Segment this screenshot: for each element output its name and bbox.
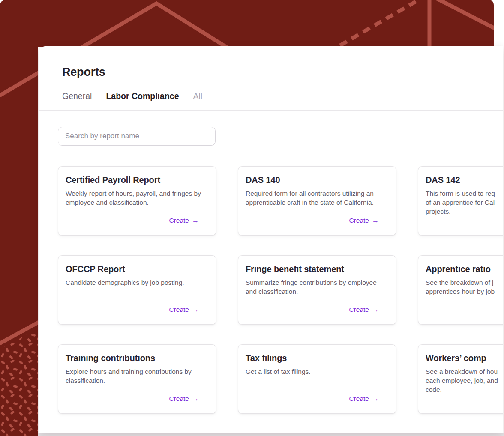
card-description: Weekly report of hours, payroll, and fri… [66, 189, 205, 207]
card-description: Summarize fringe contributions by employ… [246, 278, 385, 296]
card-title: Tax filings [246, 352, 385, 364]
card-description: See a breakdown of hou each employee, jo… [426, 367, 503, 394]
tab-all[interactable]: All [193, 90, 203, 102]
card-title: Workers’ comp [426, 352, 503, 364]
card-description: Get a list of tax filings. [246, 367, 385, 376]
create-link[interactable]: Create→ [169, 394, 199, 403]
card-description: See the breakdown of j apprentices hour … [426, 278, 503, 296]
card-title: OFCCP Report [66, 263, 205, 275]
page-title: Reports [62, 65, 503, 79]
report-card-training-contributions: Training contributions Explore hours and… [58, 344, 216, 414]
report-card-fringe-benefit: Fringe benefit statement Summarize fring… [238, 255, 396, 325]
arrow-right-icon: → [372, 394, 379, 403]
create-link[interactable]: Create→ [169, 216, 199, 225]
report-card-das-140: DAS 140 Required form for all contractor… [238, 166, 396, 236]
create-link[interactable]: Create→ [349, 305, 379, 314]
card-description: Candidate demographics by job posting. [66, 278, 205, 287]
tab-general[interactable]: General [62, 90, 92, 102]
create-link[interactable]: Create→ [169, 305, 199, 314]
report-card-tax-filings: Tax filings Get a list of tax filings. C… [238, 344, 396, 414]
card-title: Fringe benefit statement [246, 263, 385, 275]
report-card-apprentice-ratio: Apprentice ratio See the breakdown of j … [418, 255, 503, 325]
arrow-right-icon: → [192, 216, 199, 225]
report-card-ofccp: OFCCP Report Candidate demographics by j… [58, 255, 216, 325]
arrow-right-icon: → [372, 305, 379, 314]
page-bottom-strip [38, 433, 504, 436]
panel-main: Certified Payroll Report Weekly report o… [39, 111, 503, 414]
create-link[interactable]: Create→ [349, 394, 379, 403]
report-card-certified-payroll: Certified Payroll Report Weekly report o… [58, 166, 216, 236]
card-description: Explore hours and training contributions… [66, 367, 205, 385]
card-title: Training contributions [66, 352, 205, 364]
search-input[interactable] [58, 127, 216, 146]
panel-header: Reports General Labor Compliance All [39, 46, 503, 110]
report-card-das-142: DAS 142 This form is used to req of an a… [418, 166, 503, 236]
card-title: Apprentice ratio [426, 263, 503, 275]
arrow-right-icon: → [372, 216, 379, 225]
arrow-right-icon: → [192, 394, 199, 403]
tab-labor-compliance[interactable]: Labor Compliance [106, 90, 179, 102]
report-cards-grid: Certified Payroll Report Weekly report o… [58, 166, 503, 414]
tab-bar: General Labor Compliance All [62, 90, 503, 110]
create-link[interactable]: Create→ [349, 216, 379, 225]
panel-edge-line [503, 0, 503, 46]
card-title: DAS 142 [426, 174, 503, 185]
card-title: Certified Payroll Report [66, 174, 205, 185]
card-title: DAS 140 [246, 174, 385, 185]
card-description: Required form for all contractors utiliz… [246, 189, 385, 207]
report-card-workers-comp: Workers’ comp See a breakdown of hou eac… [418, 344, 503, 414]
arrow-right-icon: → [192, 305, 199, 314]
reports-panel: Reports General Labor Compliance All Cer… [39, 46, 503, 433]
card-description: This form is used to req of an apprentic… [426, 189, 503, 216]
